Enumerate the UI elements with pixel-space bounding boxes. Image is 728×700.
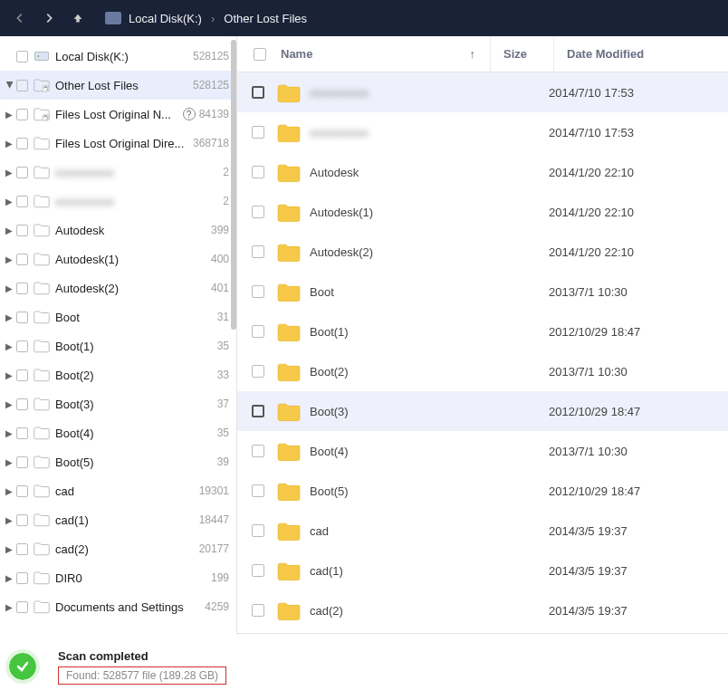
expand-caret-icon[interactable]: ▶ [5, 573, 14, 583]
expand-caret-icon[interactable]: ▶ [5, 370, 14, 380]
file-row[interactable]: Boot(3)2012/10/29 18:47 [237, 391, 728, 431]
expand-caret-icon[interactable]: ▶ [5, 457, 14, 467]
column-date-label[interactable]: Date Modified [554, 36, 728, 72]
tree-item-checkbox[interactable] [16, 543, 28, 555]
tree-item-checkbox[interactable] [16, 427, 28, 439]
tree-item-checkbox[interactable] [16, 138, 28, 149]
file-row[interactable]: Boot2013/7/1 10:30 [237, 272, 728, 312]
tree-item[interactable]: ▶Local Disk(K:)528125 [0, 42, 236, 71]
file-row[interactable]: Boot(4)2013/7/1 10:30 [237, 431, 728, 471]
file-row[interactable]: Autodesk(2)2014/1/20 22:10 [237, 232, 728, 272]
tree-item[interactable]: ▶Autodesk399 [0, 216, 236, 245]
tree-item-checkbox[interactable] [16, 109, 28, 120]
tree-item-checkbox[interactable] [16, 485, 28, 497]
expand-caret-icon[interactable]: ▶ [5, 197, 14, 206]
tree-item-checkbox[interactable] [16, 312, 28, 323]
tree-item[interactable]: ▶Boot31 [0, 302, 236, 331]
breadcrumb-folder[interactable]: Other Lost Files [224, 12, 307, 25]
tree-item[interactable]: ▶Boot(2)33 [0, 360, 236, 389]
tree-item[interactable]: ▶Other Lost Files528125 [0, 71, 236, 100]
nav-forward-button[interactable] [38, 7, 60, 29]
tree-item-checkbox[interactable] [16, 398, 28, 410]
select-all-checkbox[interactable] [254, 48, 266, 61]
file-row-checkbox[interactable] [252, 206, 264, 218]
expand-caret-icon[interactable]: ▶ [5, 168, 14, 177]
tree-item[interactable]: ▶Files Lost Original N...?84139 [0, 100, 236, 129]
expand-caret-icon[interactable]: ▶ [5, 283, 14, 293]
file-row[interactable]: Boot(1)2012/10/29 18:47 [237, 312, 728, 351]
file-row-checkbox[interactable] [252, 604, 264, 617]
file-row-checkbox[interactable] [252, 126, 264, 139]
tree-item[interactable]: ▶cad(1)18447 [0, 505, 236, 534]
file-row[interactable]: Boot(5)2012/10/29 18:47 [237, 471, 728, 511]
file-list[interactable]: xxxxxxxxxx2014/7/10 17:53xxxxxxxxxx2014/… [237, 72, 728, 634]
tree-item[interactable]: ▶Autodesk(2)401 [0, 273, 236, 302]
file-row-checkbox[interactable] [252, 564, 264, 577]
column-name-label[interactable]: Name [281, 47, 312, 61]
folder-tree[interactable]: ▶Local Disk(K:)528125▶Other Lost Files52… [0, 36, 237, 634]
file-row[interactable]: xxxxxxxxxx2014/7/10 17:53 [237, 112, 728, 152]
file-row[interactable]: Boot(2)2013/7/1 10:30 [237, 351, 728, 391]
sort-arrow-icon[interactable]: ↑ [470, 47, 476, 61]
tree-item[interactable]: ▶Boot(4)35 [0, 418, 236, 447]
tree-item-checkbox[interactable] [16, 514, 28, 526]
help-icon[interactable]: ? [183, 108, 196, 120]
expand-caret-icon[interactable]: ▶ [5, 399, 14, 409]
tree-item[interactable]: ▶Boot(1)35 [0, 331, 236, 360]
tree-item[interactable]: ▶xxxxxxxxxx2 [0, 187, 236, 216]
file-row[interactable]: cad2014/3/5 19:37 [237, 511, 728, 551]
column-size-label[interactable]: Size [491, 36, 554, 72]
expand-caret-icon[interactable]: ▶ [5, 486, 14, 496]
expand-caret-icon[interactable]: ▶ [5, 544, 14, 554]
file-row-checkbox[interactable] [252, 445, 264, 457]
file-row-checkbox[interactable] [252, 285, 264, 298]
expand-caret-icon[interactable]: ▶ [5, 515, 14, 525]
tree-item-checkbox[interactable] [16, 283, 28, 294]
tree-item-checkbox[interactable] [16, 51, 28, 62]
tree-item-checkbox[interactable] [16, 254, 28, 265]
file-row-checkbox[interactable] [252, 365, 264, 378]
file-row[interactable]: Autodesk(1)2014/1/20 22:10 [237, 192, 728, 232]
expand-caret-icon[interactable]: ▶ [5, 139, 14, 149]
tree-item-checkbox[interactable] [16, 196, 28, 207]
tree-item[interactable]: ▶Documents and Settings4259 [0, 592, 236, 621]
file-row-checkbox[interactable] [252, 166, 264, 178]
breadcrumb[interactable]: Local Disk(K:) › Other Lost Files [105, 12, 307, 25]
tree-item-checkbox[interactable] [16, 572, 28, 584]
tree-item[interactable]: ▶Boot(3)37 [0, 389, 236, 418]
nav-back-button[interactable] [9, 7, 31, 29]
expand-caret-icon[interactable]: ▶ [5, 341, 14, 351]
file-row-checkbox[interactable] [252, 245, 264, 258]
tree-item[interactable]: ▶DIR0199 [0, 563, 236, 592]
nav-up-button[interactable] [67, 7, 89, 29]
file-row-checkbox[interactable] [252, 484, 264, 497]
tree-item-checkbox[interactable] [16, 225, 28, 236]
tree-item-checkbox[interactable] [16, 167, 28, 178]
expand-caret-icon[interactable]: ▶ [5, 225, 14, 235]
file-row-checkbox[interactable] [252, 524, 264, 537]
tree-item-checkbox[interactable] [16, 456, 28, 468]
file-row-checkbox[interactable] [252, 86, 264, 99]
tree-item-checkbox[interactable] [16, 80, 28, 91]
tree-item-checkbox[interactable] [16, 601, 28, 613]
tree-item[interactable]: ▶Boot(5)39 [0, 447, 236, 476]
tree-item-checkbox[interactable] [16, 369, 28, 381]
breadcrumb-disk[interactable]: Local Disk(K:) [129, 12, 202, 25]
file-row-checkbox[interactable] [252, 405, 264, 417]
tree-item[interactable]: ▶cad(2)20177 [0, 534, 236, 563]
tree-item[interactable]: ▶Autodesk(1)400 [0, 245, 236, 273]
tree-item[interactable]: ▶cad19301 [0, 476, 236, 505]
tree-item[interactable]: ▶xxxxxxxxxx2 [0, 158, 236, 187]
file-row[interactable]: Autodesk2014/1/20 22:10 [237, 152, 728, 192]
expand-caret-icon[interactable]: ▶ [5, 428, 14, 438]
expand-caret-icon[interactable]: ▶ [5, 312, 14, 322]
expand-caret-icon[interactable]: ▶ [5, 81, 15, 90]
file-row[interactable]: cad(1)2014/3/5 19:37 [237, 551, 728, 590]
tree-item[interactable]: ▶Files Lost Original Dire...368718 [0, 129, 236, 158]
expand-caret-icon[interactable]: ▶ [5, 110, 14, 120]
expand-caret-icon[interactable]: ▶ [5, 254, 14, 264]
file-row[interactable]: xxxxxxxxxx2014/7/10 17:53 [237, 72, 728, 112]
tree-item-checkbox[interactable] [16, 340, 28, 352]
expand-caret-icon[interactable]: ▶ [5, 602, 14, 612]
file-row-checkbox[interactable] [252, 325, 264, 338]
